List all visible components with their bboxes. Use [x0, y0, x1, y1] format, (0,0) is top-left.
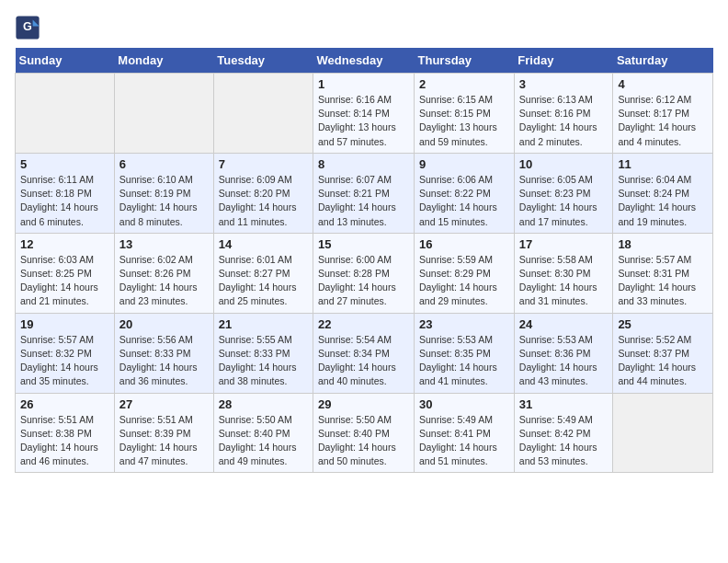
calendar-cell: 5Sunrise: 6:11 AMSunset: 8:18 PMDaylight… [16, 153, 115, 233]
header-saturday: Saturday [613, 48, 713, 74]
header-thursday: Thursday [415, 48, 515, 74]
day-info: Sunrise: 6:02 AMSunset: 8:26 PMDaylight:… [119, 253, 209, 309]
day-info: Sunrise: 6:10 AMSunset: 8:19 PMDaylight:… [119, 173, 209, 229]
calendar-header-row: SundayMondayTuesdayWednesdayThursdayFrid… [16, 48, 713, 74]
header-sunday: Sunday [16, 48, 115, 74]
day-info: Sunrise: 5:51 AMSunset: 8:39 PMDaylight:… [119, 413, 209, 469]
calendar-cell: 17Sunrise: 5:58 AMSunset: 8:30 PMDayligh… [514, 233, 613, 313]
day-info: Sunrise: 6:12 AMSunset: 8:17 PMDaylight:… [618, 93, 708, 149]
day-info: Sunrise: 6:00 AMSunset: 8:28 PMDaylight:… [318, 253, 409, 309]
calendar-cell: 27Sunrise: 5:51 AMSunset: 8:39 PMDayligh… [114, 393, 213, 473]
day-number: 6 [119, 157, 209, 171]
calendar-cell: 23Sunrise: 5:53 AMSunset: 8:35 PMDayligh… [415, 313, 515, 393]
day-number: 15 [318, 237, 409, 251]
day-number: 21 [219, 317, 308, 331]
calendar-cell: 22Sunrise: 5:54 AMSunset: 8:34 PMDayligh… [313, 313, 415, 393]
day-info: Sunrise: 6:03 AMSunset: 8:25 PMDaylight:… [20, 253, 109, 309]
calendar-cell [613, 393, 713, 473]
day-number: 14 [219, 237, 308, 251]
header-friday: Friday [514, 48, 613, 74]
calendar-cell: 8Sunrise: 6:07 AMSunset: 8:21 PMDaylight… [313, 153, 415, 233]
day-number: 1 [318, 77, 409, 91]
logo-icon: G [15, 15, 40, 40]
day-number: 27 [119, 397, 209, 411]
day-number: 30 [419, 397, 509, 411]
calendar-cell: 6Sunrise: 6:10 AMSunset: 8:19 PMDaylight… [114, 153, 213, 233]
calendar-cell [213, 74, 313, 154]
calendar-cell: 31Sunrise: 5:49 AMSunset: 8:42 PMDayligh… [514, 393, 613, 473]
calendar-cell: 1Sunrise: 6:16 AMSunset: 8:14 PMDaylight… [313, 74, 415, 154]
calendar-cell: 20Sunrise: 5:56 AMSunset: 8:33 PMDayligh… [114, 313, 213, 393]
calendar-cell: 26Sunrise: 5:51 AMSunset: 8:38 PMDayligh… [16, 393, 115, 473]
calendar-cell: 2Sunrise: 6:15 AMSunset: 8:15 PMDaylight… [415, 74, 515, 154]
calendar-cell: 28Sunrise: 5:50 AMSunset: 8:40 PMDayligh… [213, 393, 313, 473]
calendar-cell: 4Sunrise: 6:12 AMSunset: 8:17 PMDaylight… [613, 74, 713, 154]
day-number: 19 [20, 317, 109, 331]
calendar-cell: 21Sunrise: 5:55 AMSunset: 8:33 PMDayligh… [213, 313, 313, 393]
day-info: Sunrise: 5:54 AMSunset: 8:34 PMDaylight:… [318, 333, 409, 389]
week-row-5: 26Sunrise: 5:51 AMSunset: 8:38 PMDayligh… [16, 393, 713, 473]
day-number: 23 [419, 317, 509, 331]
day-number: 9 [419, 157, 509, 171]
day-info: Sunrise: 6:01 AMSunset: 8:27 PMDaylight:… [219, 253, 308, 309]
week-row-2: 5Sunrise: 6:11 AMSunset: 8:18 PMDaylight… [16, 153, 713, 233]
day-info: Sunrise: 5:51 AMSunset: 8:38 PMDaylight:… [20, 413, 109, 469]
day-number: 16 [419, 237, 509, 251]
calendar-cell: 25Sunrise: 5:52 AMSunset: 8:37 PMDayligh… [613, 313, 713, 393]
day-info: Sunrise: 5:53 AMSunset: 8:35 PMDaylight:… [419, 333, 509, 389]
day-info: Sunrise: 5:49 AMSunset: 8:41 PMDaylight:… [419, 413, 509, 469]
week-row-1: 1Sunrise: 6:16 AMSunset: 8:14 PMDaylight… [16, 74, 713, 154]
header-wednesday: Wednesday [313, 48, 415, 74]
day-info: Sunrise: 5:57 AMSunset: 8:31 PMDaylight:… [618, 253, 708, 309]
day-info: Sunrise: 6:09 AMSunset: 8:20 PMDaylight:… [219, 173, 308, 229]
day-info: Sunrise: 6:16 AMSunset: 8:14 PMDaylight:… [318, 93, 409, 149]
day-info: Sunrise: 5:59 AMSunset: 8:29 PMDaylight:… [419, 253, 509, 309]
day-number: 20 [119, 317, 209, 331]
day-info: Sunrise: 5:50 AMSunset: 8:40 PMDaylight:… [318, 413, 409, 469]
day-number: 28 [219, 397, 308, 411]
calendar-cell: 14Sunrise: 6:01 AMSunset: 8:27 PMDayligh… [213, 233, 313, 313]
day-number: 4 [618, 77, 708, 91]
day-info: Sunrise: 5:49 AMSunset: 8:42 PMDaylight:… [519, 413, 609, 469]
day-number: 3 [519, 77, 609, 91]
calendar-cell: 7Sunrise: 6:09 AMSunset: 8:20 PMDaylight… [213, 153, 313, 233]
day-info: Sunrise: 6:05 AMSunset: 8:23 PMDaylight:… [519, 173, 609, 229]
calendar-cell: 16Sunrise: 5:59 AMSunset: 8:29 PMDayligh… [415, 233, 515, 313]
day-number: 31 [519, 397, 609, 411]
day-info: Sunrise: 5:52 AMSunset: 8:37 PMDaylight:… [618, 333, 708, 389]
day-number: 29 [318, 397, 409, 411]
day-number: 2 [419, 77, 509, 91]
day-info: Sunrise: 6:06 AMSunset: 8:22 PMDaylight:… [419, 173, 509, 229]
day-number: 8 [318, 157, 409, 171]
calendar-cell: 15Sunrise: 6:00 AMSunset: 8:28 PMDayligh… [313, 233, 415, 313]
header-monday: Monday [114, 48, 213, 74]
calendar-cell: 3Sunrise: 6:13 AMSunset: 8:16 PMDaylight… [514, 74, 613, 154]
calendar-cell: 29Sunrise: 5:50 AMSunset: 8:40 PMDayligh… [313, 393, 415, 473]
week-row-3: 12Sunrise: 6:03 AMSunset: 8:25 PMDayligh… [16, 233, 713, 313]
day-info: Sunrise: 6:13 AMSunset: 8:16 PMDaylight:… [519, 93, 609, 149]
day-number: 22 [318, 317, 409, 331]
calendar-cell: 18Sunrise: 5:57 AMSunset: 8:31 PMDayligh… [613, 233, 713, 313]
day-number: 7 [219, 157, 308, 171]
day-info: Sunrise: 5:55 AMSunset: 8:33 PMDaylight:… [219, 333, 308, 389]
calendar-table: SundayMondayTuesdayWednesdayThursdayFrid… [15, 48, 713, 473]
day-info: Sunrise: 5:50 AMSunset: 8:40 PMDaylight:… [219, 413, 308, 469]
calendar-cell [16, 74, 115, 154]
calendar-cell: 30Sunrise: 5:49 AMSunset: 8:41 PMDayligh… [415, 393, 515, 473]
header: G [15, 15, 713, 40]
day-info: Sunrise: 6:04 AMSunset: 8:24 PMDaylight:… [618, 173, 708, 229]
day-number: 18 [618, 237, 708, 251]
week-row-4: 19Sunrise: 5:57 AMSunset: 8:32 PMDayligh… [16, 313, 713, 393]
day-info: Sunrise: 6:11 AMSunset: 8:18 PMDaylight:… [20, 173, 109, 229]
day-info: Sunrise: 6:07 AMSunset: 8:21 PMDaylight:… [318, 173, 409, 229]
day-number: 24 [519, 317, 609, 331]
calendar-cell [114, 74, 213, 154]
calendar-cell: 9Sunrise: 6:06 AMSunset: 8:22 PMDaylight… [415, 153, 515, 233]
calendar-cell: 24Sunrise: 5:53 AMSunset: 8:36 PMDayligh… [514, 313, 613, 393]
day-number: 25 [618, 317, 708, 331]
day-number: 10 [519, 157, 609, 171]
calendar-cell: 12Sunrise: 6:03 AMSunset: 8:25 PMDayligh… [16, 233, 115, 313]
day-info: Sunrise: 5:57 AMSunset: 8:32 PMDaylight:… [20, 333, 109, 389]
day-number: 26 [20, 397, 109, 411]
day-number: 12 [20, 237, 109, 251]
